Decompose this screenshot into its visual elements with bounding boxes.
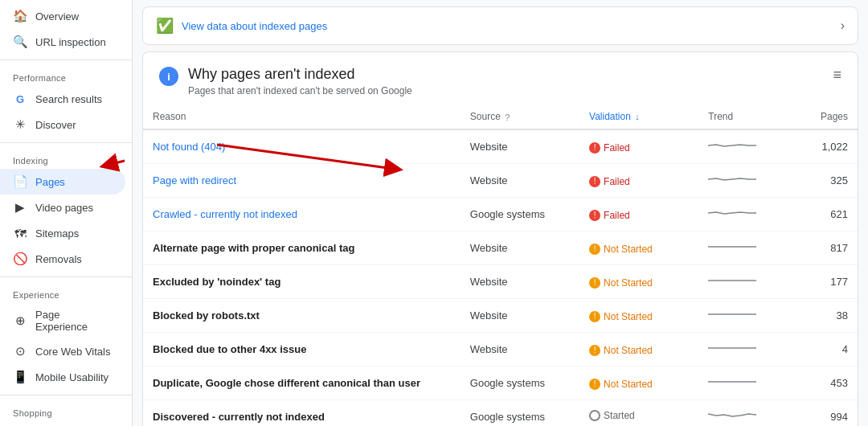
cell-pages: 817 <box>794 231 858 265</box>
cell-validation: !Not Started <box>579 231 698 265</box>
table-row: Not found (404)Website!Failed1,022 <box>143 129 858 164</box>
not-indexed-table: Reason Source ? Validation ↓ Trend Pages <box>143 104 858 426</box>
sidebar-item-pages[interactable]: 📄 Pages <box>0 169 125 195</box>
table-row: Alternate page with proper canonical tag… <box>143 231 858 265</box>
cell-trend <box>698 198 794 231</box>
cell-reason[interactable]: Not found (404) <box>143 129 461 164</box>
table-row: Page with redirectWebsite!Failed325 <box>143 164 858 198</box>
sidebar-item-product-snippets[interactable]: ◈ Product snippets <box>0 421 125 426</box>
cell-validation: !Not Started <box>579 299 698 333</box>
cell-reason[interactable]: Crawled - currently not indexed <box>143 198 461 231</box>
top-card-left: ✅ View data about indexed pages <box>156 17 327 35</box>
cell-pages: 4 <box>794 333 858 367</box>
cell-pages: 325 <box>794 164 858 198</box>
table-row: Discovered - currently not indexedGoogle… <box>143 400 858 426</box>
table-row: Duplicate, Google chose different canoni… <box>143 367 858 400</box>
divider-2 <box>0 142 132 143</box>
chevron-right-icon: › <box>841 18 845 33</box>
card-header: i Why pages aren't indexed Pages that ar… <box>143 52 858 104</box>
divider-4 <box>0 395 132 395</box>
search-icon: 🔍 <box>13 35 27 49</box>
main-content: ✅ View data about indexed pages › i Why … <box>133 0 868 426</box>
sidebar-item-sitemaps[interactable]: 🗺 Sitemaps <box>0 220 125 246</box>
cell-validation: !Not Started <box>579 367 698 400</box>
sidebar-item-overview[interactable]: 🏠 Overview <box>0 3 125 29</box>
cell-pages: 994 <box>794 400 858 426</box>
col-header-trend: Trend <box>698 104 794 129</box>
cell-reason: Alternate page with proper canonical tag <box>143 231 461 265</box>
cell-trend <box>698 164 794 198</box>
cell-trend <box>698 400 794 426</box>
cell-validation: !Not Started <box>579 265 698 299</box>
removals-icon: 🚫 <box>13 252 27 266</box>
info-icon: i <box>159 67 178 86</box>
cell-pages: 177 <box>794 265 858 299</box>
indexed-pages-card[interactable]: ✅ View data about indexed pages › <box>142 6 858 45</box>
cell-source: Website <box>461 299 579 333</box>
why-not-indexed-card: i Why pages aren't indexed Pages that ar… <box>142 51 858 426</box>
cell-trend <box>698 333 794 367</box>
cell-source: Google systems <box>461 367 579 400</box>
sidebar-item-core-web-vitals[interactable]: ⊙ Core Web Vitals <box>0 338 125 364</box>
col-header-reason: Reason <box>143 104 461 129</box>
cell-reason[interactable]: Page with redirect <box>143 164 461 198</box>
table-row: Excluded by 'noindex' tagWebsite!Not Sta… <box>143 265 858 299</box>
sidebar-item-search-results[interactable]: G Search results <box>0 86 125 112</box>
table-row: Crawled - currently not indexedGoogle sy… <box>143 198 858 231</box>
col-header-pages: Pages <box>794 104 858 129</box>
cell-validation: !Failed <box>579 164 698 198</box>
cell-reason: Excluded by 'noindex' tag <box>143 265 461 299</box>
cell-trend <box>698 299 794 333</box>
cell-pages: 1,022 <box>794 129 858 164</box>
sidebar-item-video-pages[interactable]: ▶ Video pages <box>0 195 125 220</box>
cell-validation: Started <box>579 400 698 426</box>
divider-1 <box>0 59 132 60</box>
sidebar: 🏠 Overview 🔍 URL inspection Performance … <box>0 0 133 426</box>
cell-source: Website <box>461 265 579 299</box>
cell-reason: Discovered - currently not indexed <box>143 400 461 426</box>
cell-source: Website <box>461 231 579 265</box>
cell-trend <box>698 265 794 299</box>
performance-section-label: Performance <box>0 65 132 86</box>
sort-arrow-icon: ↓ <box>635 112 640 121</box>
top-card-text: View data about indexed pages <box>182 20 327 32</box>
cell-reason: Blocked due to other 4xx issue <box>143 333 461 367</box>
cell-trend <box>698 231 794 265</box>
col-header-validation[interactable]: Validation ↓ <box>579 104 698 129</box>
shopping-section-label: Shopping <box>0 400 132 421</box>
sidebar-item-removals[interactable]: 🚫 Removals <box>0 246 125 272</box>
sitemaps-icon: 🗺 <box>13 226 27 240</box>
table-body: Not found (404)Website!Failed1,022Page w… <box>143 129 858 426</box>
cell-source: Website <box>461 333 579 367</box>
card-header-left: i Why pages aren't indexed Pages that ar… <box>159 65 412 96</box>
table-row: Blocked by robots.txtWebsite!Not Started… <box>143 299 858 333</box>
cell-reason: Blocked by robots.txt <box>143 299 461 333</box>
video-icon: ▶ <box>13 200 27 215</box>
col-header-source: Source ? <box>461 104 579 129</box>
cell-source: Google systems <box>461 198 579 231</box>
cell-validation: !Not Started <box>579 333 698 367</box>
mobile-icon: 📱 <box>13 370 27 384</box>
card-title-group: Why pages aren't indexed Pages that aren… <box>188 65 412 96</box>
cell-pages: 38 <box>794 299 858 333</box>
cell-reason: Duplicate, Google chose different canoni… <box>143 367 461 400</box>
sidebar-item-mobile-usability[interactable]: 📱 Mobile Usability <box>0 364 125 390</box>
sidebar-item-page-experience[interactable]: ⊕ Page Experience <box>0 303 125 338</box>
experience-icon: ⊕ <box>13 313 27 328</box>
cell-validation: !Failed <box>579 129 698 164</box>
check-circle-icon: ✅ <box>156 17 174 35</box>
cell-trend <box>698 129 794 164</box>
sidebar-item-discover[interactable]: ✳ Discover <box>0 112 125 137</box>
indexing-section-label: Indexing <box>0 148 132 169</box>
cell-trend <box>698 367 794 400</box>
cell-pages: 453 <box>794 367 858 400</box>
cell-source: Google systems <box>461 400 579 426</box>
table-row: Blocked due to other 4xx issueWebsite!No… <box>143 333 858 367</box>
source-help-icon[interactable]: ? <box>505 113 510 122</box>
web-vitals-icon: ⊙ <box>13 344 27 358</box>
filter-icon[interactable]: ≡ <box>833 65 841 84</box>
sidebar-item-url-inspection[interactable]: 🔍 URL inspection <box>0 29 125 55</box>
cell-source: Website <box>461 129 579 164</box>
table-container: Reason Source ? Validation ↓ Trend Pages <box>143 104 858 426</box>
card-title: Why pages aren't indexed <box>188 65 412 84</box>
